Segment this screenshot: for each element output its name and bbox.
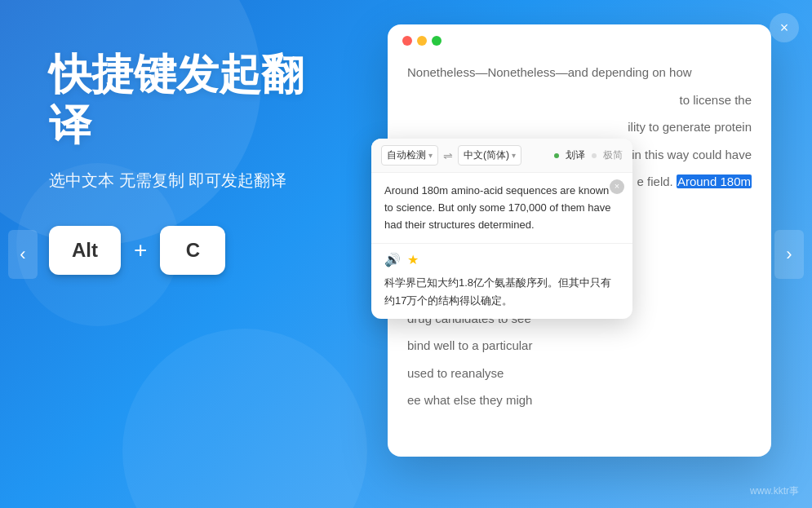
target-lang-select[interactable]: 中文(简体) ▾ bbox=[458, 145, 521, 166]
target-lang-label: 中文(简体) bbox=[464, 148, 509, 162]
star-icon[interactable]: ★ bbox=[407, 252, 419, 267]
fast-label: 极简 bbox=[603, 148, 623, 162]
popup-translation-area: 🔊 ★ 科学界已知大约1.8亿个氨基酸序列。但其中只有约17万个的结构得以确定。 bbox=[371, 244, 632, 318]
bg-decoration-2 bbox=[122, 329, 367, 508]
translation-text: 科学界已知大约1.8亿个氨基酸序列。但其中只有约17万个的结构得以确定。 bbox=[384, 274, 619, 310]
close-icon: × bbox=[780, 20, 789, 37]
subtitle: 选中文本 无需复制 即可发起翻译 bbox=[49, 167, 343, 193]
maximize-dot bbox=[432, 36, 441, 46]
translate-label: 划译 bbox=[566, 148, 585, 162]
close-dot bbox=[402, 36, 412, 46]
left-arrow-icon: ‹ bbox=[20, 244, 25, 265]
doc-line-1: Nonetheless—Nonetheless—and depending on… bbox=[407, 62, 752, 83]
watermark: www.kktr事 bbox=[750, 484, 799, 498]
popup-action-icons: 🔊 ★ bbox=[384, 252, 619, 267]
popup-source-text: Around 180m amino-acid sequences are kno… bbox=[371, 173, 632, 244]
source-lang-label: 自动检测 bbox=[387, 148, 426, 162]
key-alt: Alt bbox=[49, 226, 121, 275]
speaker-icon[interactable]: 🔊 bbox=[384, 252, 401, 267]
key-c: C bbox=[160, 226, 225, 275]
minimize-dot bbox=[417, 36, 427, 46]
popup-mode-labels: 划译 极简 bbox=[554, 148, 623, 162]
doc-line-11: bind well to a particular bbox=[407, 335, 752, 356]
plus-sign: + bbox=[134, 237, 147, 263]
doc-line-3: ility to generate protein bbox=[407, 117, 752, 138]
doc-line-12: used to reanalyse bbox=[407, 363, 752, 384]
window-controls bbox=[388, 24, 771, 54]
popup-toolbar: 自动检测 ▾ ⇌ 中文(简体) ▾ 划译 极简 bbox=[371, 139, 632, 173]
fast-dot bbox=[592, 153, 597, 158]
doc-line-13: ee what else they migh bbox=[407, 390, 752, 411]
source-text-content: Around 180m amino-acid sequences are kno… bbox=[384, 184, 611, 231]
right-panel: Nonetheless—Nonetheless—and depending on… bbox=[371, 24, 771, 481]
subtitle-line1: 选中文本 无需复制 bbox=[49, 171, 184, 189]
swap-lang-icon[interactable]: ⇌ bbox=[443, 149, 453, 162]
page-title: 快捷键发起翻译 bbox=[49, 49, 343, 151]
translation-popup: 自动检测 ▾ ⇌ 中文(简体) ▾ 划译 极简 Around 180m amin… bbox=[371, 139, 632, 319]
translate-dot bbox=[554, 153, 559, 158]
keyboard-combo: Alt + C bbox=[49, 226, 343, 275]
right-arrow-icon: › bbox=[786, 244, 792, 265]
popup-close-button[interactable]: × bbox=[610, 179, 624, 194]
subtitle-line2: 即可发起翻译 bbox=[189, 171, 286, 189]
doc-line-2: to license the bbox=[407, 90, 752, 111]
left-panel: 快捷键发起翻译 选中文本 无需复制 即可发起翻译 Alt + C bbox=[49, 49, 343, 275]
app-container: × ‹ › 快捷键发起翻译 选中文本 无需复制 即可发起翻译 Alt + C bbox=[0, 0, 812, 508]
next-arrow[interactable]: › bbox=[774, 230, 804, 279]
select-arrow-icon-2: ▾ bbox=[512, 151, 516, 160]
prev-arrow[interactable]: ‹ bbox=[8, 230, 38, 279]
select-arrow-icon: ▾ bbox=[428, 151, 433, 160]
source-lang-select[interactable]: 自动检测 ▾ bbox=[381, 145, 438, 166]
popup-content: 🔊 ★ 科学界已知大约1.8亿个氨基酸序列。但其中只有约17万个的结构得以确定。 bbox=[384, 252, 619, 310]
close-button[interactable]: × bbox=[770, 13, 799, 42]
